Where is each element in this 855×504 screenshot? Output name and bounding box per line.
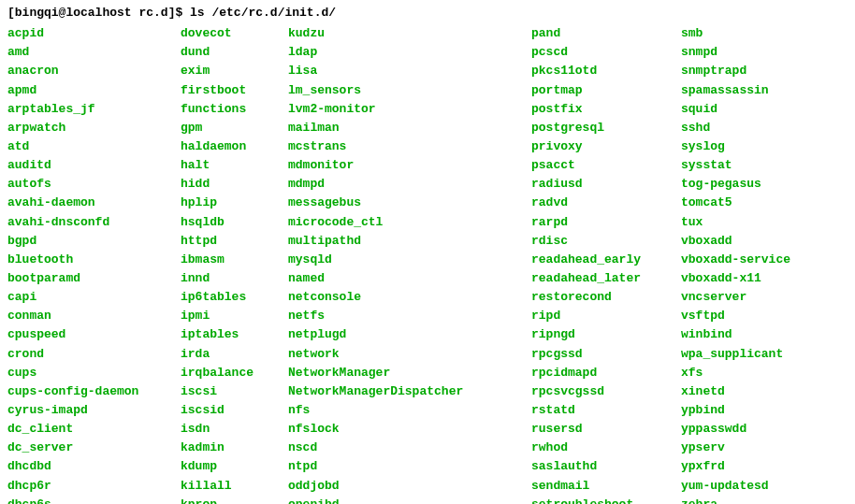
listing-entry: lisa	[288, 62, 531, 80]
listing-entry: killall	[181, 477, 288, 496]
listing-entry: kprop	[181, 496, 288, 504]
listing-entry: gpm	[181, 119, 288, 137]
listing-entry: acpid	[7, 24, 181, 43]
listing-entry: rdisc	[531, 232, 681, 251]
listing-entry: kadmin	[181, 439, 288, 457]
listing-entry: tog-pegasus	[681, 175, 790, 194]
listing-entry: mysqld	[288, 251, 531, 269]
listing-entry: network	[288, 345, 531, 364]
listing-entry: conman	[7, 307, 181, 325]
listing-entry: radvd	[531, 194, 681, 212]
listing-entry: netfs	[288, 307, 531, 325]
listing-entry: bgpd	[7, 232, 181, 251]
listing-entry: netconsole	[288, 288, 531, 307]
listing-entry: ip6tables	[181, 288, 288, 307]
listing-entry: dovecot	[181, 24, 288, 43]
listing-entry: iscsi	[181, 382, 288, 401]
listing-entry: mdmpd	[288, 175, 531, 194]
listing-entry: readahead_early	[531, 251, 681, 269]
listing-entry: portmap	[531, 81, 681, 100]
listing-entry: named	[288, 269, 531, 288]
listing-entry: pand	[531, 24, 681, 43]
listing-entry: exim	[181, 62, 288, 80]
listing-entry: messagebus	[288, 194, 531, 212]
listing-entry: arptables_jf	[7, 100, 181, 119]
listing-entry: dc_client	[7, 420, 181, 439]
listing-entry: rpcgssd	[531, 345, 681, 364]
listing-entry: iscsid	[181, 401, 288, 420]
listing-entry: functions	[181, 100, 288, 119]
listing-entry: crond	[7, 345, 181, 364]
listing-entry: oddjobd	[288, 477, 531, 496]
listing-entry: ypserv	[681, 439, 790, 457]
listing-entry: vsftpd	[681, 307, 790, 325]
listing-entry: squid	[681, 100, 790, 119]
listing-entry: ypbind	[681, 401, 790, 420]
listing-column-3: kudzuldaplisalm_sensorslvm2-monitormailm…	[288, 24, 531, 504]
listing-entry: ldap	[288, 43, 531, 62]
listing-entry: ripngd	[531, 325, 681, 344]
listing-entry: rstatd	[531, 401, 681, 420]
listing-entry: hsqldb	[181, 213, 288, 232]
listing-entry: ntpd	[288, 457, 531, 476]
directory-listing: acpidamdanacronapmdarptables_jfarpwatcha…	[7, 24, 848, 504]
listing-entry: winbind	[681, 325, 790, 344]
shell-prompt-line: [bingqi@localhost rc.d]$ ls /etc/rc.d/in…	[7, 4, 848, 22]
listing-entry: arpwatch	[7, 119, 181, 137]
listing-entry: ypxfrd	[681, 457, 790, 476]
listing-entry: spamassassin	[681, 81, 790, 100]
listing-entry: auditd	[7, 156, 181, 175]
listing-entry: avahi-daemon	[7, 194, 181, 212]
listing-entry: syslog	[681, 137, 790, 156]
listing-entry: snmptrapd	[681, 62, 790, 80]
listing-column-2: dovecotdundeximfirstbootfunctionsgpmhald…	[181, 24, 288, 504]
listing-entry: postgresql	[531, 119, 681, 137]
listing-entry: atd	[7, 137, 181, 156]
listing-entry: ripd	[531, 307, 681, 325]
listing-entry: radiusd	[531, 175, 681, 194]
listing-entry: mdmonitor	[288, 156, 531, 175]
listing-entry: kudzu	[288, 24, 531, 43]
listing-entry: avahi-dnsconfd	[7, 213, 181, 232]
listing-entry: openibd	[288, 496, 531, 504]
listing-entry: microcode_ctl	[288, 213, 531, 232]
listing-entry: vboxadd-service	[681, 251, 790, 269]
listing-entry: sysstat	[681, 156, 790, 175]
listing-entry: psacct	[531, 156, 681, 175]
listing-entry: netplugd	[288, 325, 531, 344]
listing-entry: rpcsvcgssd	[531, 382, 681, 401]
listing-entry: dund	[181, 43, 288, 62]
listing-entry: rusersd	[531, 420, 681, 439]
listing-entry: firstboot	[181, 81, 288, 100]
listing-entry: dhcdbd	[7, 457, 181, 476]
listing-entry: postfix	[531, 100, 681, 119]
listing-entry: privoxy	[531, 137, 681, 156]
listing-entry: xfs	[681, 364, 790, 382]
listing-entry: kdump	[181, 457, 288, 476]
listing-entry: iptables	[181, 325, 288, 344]
listing-entry: rwhod	[531, 439, 681, 457]
prompt-command: ls /etc/rc.d/init.d/	[190, 6, 336, 20]
listing-entry: apmd	[7, 81, 181, 100]
listing-entry: cups-config-daemon	[7, 382, 181, 401]
listing-entry: autofs	[7, 175, 181, 194]
listing-entry: anacron	[7, 62, 181, 80]
listing-entry: nscd	[288, 439, 531, 457]
listing-entry: hidd	[181, 175, 288, 194]
listing-entry: sshd	[681, 119, 790, 137]
listing-column-4: pandpcscdpkcs11otdportmappostfixpostgres…	[531, 24, 681, 504]
listing-entry: sendmail	[531, 477, 681, 496]
listing-entry: dhcp6r	[7, 477, 181, 496]
listing-entry: multipathd	[288, 232, 531, 251]
listing-entry: mcstrans	[288, 137, 531, 156]
listing-entry: smb	[681, 24, 790, 43]
listing-entry: isdn	[181, 420, 288, 439]
listing-entry: vboxadd	[681, 232, 790, 251]
listing-entry: cups	[7, 364, 181, 382]
listing-entry: httpd	[181, 232, 288, 251]
listing-entry: cyrus-imapd	[7, 401, 181, 420]
listing-entry: restorecond	[531, 288, 681, 307]
listing-column-1: acpidamdanacronapmdarptables_jfarpwatcha…	[7, 24, 181, 504]
listing-entry: yum-updatesd	[681, 477, 790, 496]
listing-entry: vboxadd-x11	[681, 269, 790, 288]
